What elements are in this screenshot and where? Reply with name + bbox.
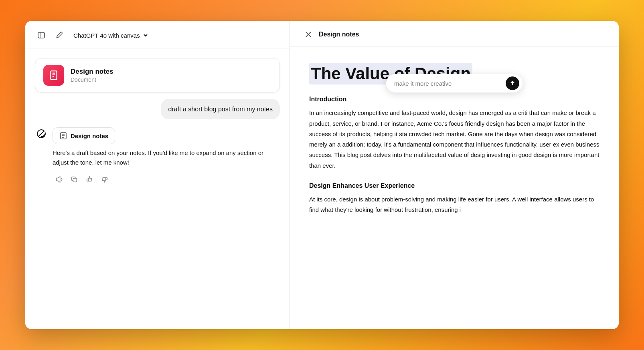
intro-text: In an increasingly competitive and fast-… [309, 108, 599, 171]
inline-edit-toolbar[interactable] [386, 74, 522, 93]
svg-rect-11 [73, 178, 77, 182]
left-header: ChatGPT 4o with canvas [25, 21, 290, 48]
assistant-avatar [35, 127, 48, 140]
model-selector[interactable]: ChatGPT 4o with canvas [70, 30, 152, 40]
left-content: Design notes Document draft a short blog… [25, 48, 290, 329]
close-canvas-button[interactable] [303, 29, 314, 40]
doc-icon [43, 65, 64, 86]
assistant-content: Design notes Here's a draft based on you… [53, 127, 280, 186]
right-header: Design notes [290, 21, 619, 47]
assistant-text: Here's a draft based on your notes. If y… [53, 148, 280, 167]
section2-text: At its core, design is about problem-sol… [309, 194, 599, 215]
inline-edit-input[interactable] [394, 80, 502, 87]
right-panel: Design notes The Value of Design Introdu… [290, 21, 619, 329]
thumbs-down-button[interactable] [98, 173, 111, 186]
model-name: ChatGPT 4o with canvas [73, 32, 140, 39]
thumbs-up-button[interactable] [83, 173, 96, 186]
svg-rect-0 [38, 32, 45, 38]
canvas-title: Design notes [319, 31, 359, 38]
section2-heading: Design Enhances User Experience [309, 182, 599, 189]
doc-info: Design notes Document [71, 68, 113, 83]
svg-rect-12 [87, 179, 89, 181]
assistant-row: Design notes Here's a draft based on you… [35, 127, 280, 186]
toolbar-send-button[interactable] [506, 76, 519, 90]
canvas-content: The Value of Design Introduction In an i… [290, 47, 619, 329]
document-title: Design notes [71, 68, 113, 76]
doc-chip[interactable]: Design notes [53, 127, 115, 144]
document-card[interactable]: Design notes Document [35, 58, 280, 93]
user-message-bubble: draft a short blog post from my notes [161, 99, 280, 119]
left-panel: ChatGPT 4o with canvas [25, 21, 290, 329]
feedback-row [53, 173, 280, 186]
copy-button[interactable] [68, 173, 81, 186]
svg-rect-13 [106, 178, 107, 180]
svg-marker-10 [57, 177, 60, 182]
intro-heading: Introduction [309, 96, 599, 103]
chip-label: Design notes [71, 133, 108, 139]
document-type: Document [71, 76, 113, 83]
new-chat-button[interactable] [53, 29, 65, 42]
audio-button[interactable] [53, 173, 65, 186]
user-message-text: draft a short blog post from my notes [168, 106, 273, 113]
sidebar-toggle-button[interactable] [35, 29, 48, 42]
app-window: ChatGPT 4o with canvas [25, 21, 619, 329]
